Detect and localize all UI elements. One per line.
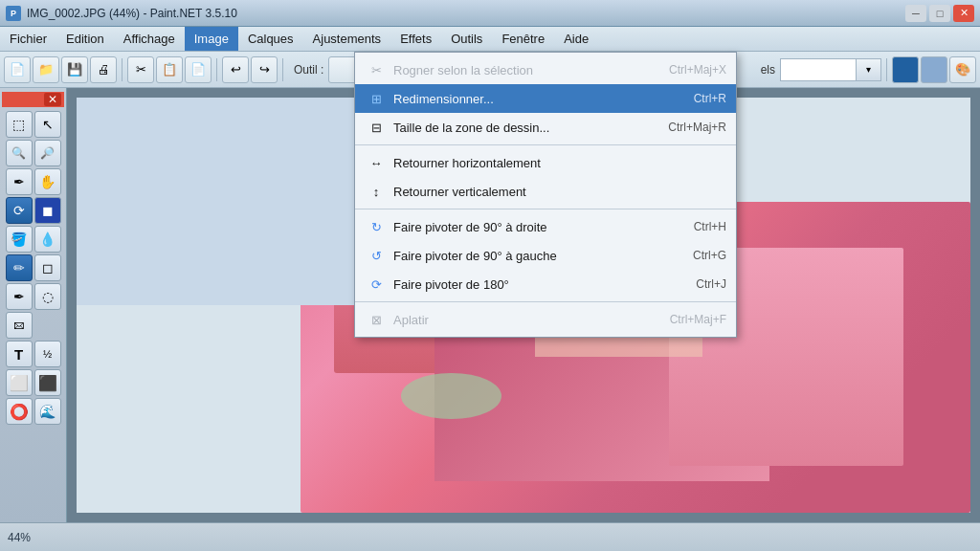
toolbar-right: els ▾ 🎨 — [755, 56, 976, 83]
minimize-button[interactable]: ─ — [905, 5, 926, 22]
menu-retourner-h[interactable]: ↔ Retourner horizontalement — [355, 148, 736, 177]
tool-shape3d[interactable]: ◼ — [34, 197, 61, 224]
tb-print[interactable]: 🖨 — [90, 56, 117, 83]
tb-new[interactable]: 📄 — [4, 56, 31, 83]
tb-sep3 — [282, 58, 283, 81]
menu-redimensionner[interactable]: ⊞ Redimensionner... Ctrl+R — [355, 84, 736, 113]
pivot-180-icon: ⟳ — [365, 275, 388, 294]
title-text: IMG_0002.JPG (44%) - Paint.NET 3.5.10 — [27, 7, 237, 20]
tool-row-11: ⭕ 🌊 — [6, 398, 61, 425]
layers-label: els — [761, 63, 775, 77]
taille-label: Taille de la zone de dessin... — [393, 121, 649, 135]
tool-freeform[interactable]: 🌊 — [34, 398, 61, 425]
layers-dropdown[interactable]: ▾ — [857, 58, 881, 81]
tool-row-10: ⬜ ⬛ — [6, 369, 61, 396]
menu-edition[interactable]: Edition — [56, 27, 114, 51]
pivot-90r-label: Faire pivoter de 90° à droite — [393, 220, 675, 234]
tb-save[interactable]: 💾 — [61, 56, 88, 83]
tb-open[interactable]: 📁 — [33, 56, 59, 83]
pivot-180-shortcut: Ctrl+J — [696, 277, 726, 291]
tool-brush[interactable]: ✏ — [6, 254, 33, 281]
window-controls: ─ □ ✕ — [905, 5, 974, 22]
rogner-shortcut: Ctrl+Maj+X — [669, 63, 726, 77]
menu-taille-zone[interactable]: ⊟ Taille de la zone de dessin... Ctrl+Ma… — [355, 113, 736, 142]
tool-zoom-in[interactable]: 🔍 — [6, 140, 33, 166]
tb-sep1 — [122, 58, 122, 81]
tool-rotate[interactable]: ⟳ — [6, 197, 33, 224]
app-icon: P — [6, 6, 21, 21]
secondary-color-btn[interactable] — [921, 56, 947, 83]
tb-paste[interactable]: 📄 — [185, 56, 212, 83]
tb-undo[interactable]: ↩ — [222, 56, 249, 83]
taille-shortcut: Ctrl+Maj+R — [668, 121, 726, 134]
pivot-90l-icon: ↺ — [365, 246, 388, 265]
pivot-90r-icon: ↻ — [365, 217, 388, 236]
menu-pivot-90r[interactable]: ↻ Faire pivoter de 90° à droite Ctrl+H — [355, 212, 736, 241]
pivot-90r-shortcut: Ctrl+H — [694, 220, 726, 233]
menu-effets[interactable]: Effets — [390, 27, 441, 51]
statusbar: 44% — [0, 522, 980, 551]
ret-v-icon: ↕ — [365, 182, 388, 201]
menu-aplatir[interactable]: ⊠ Aplatir Ctrl+Maj+F — [355, 305, 736, 334]
tool-row-4: ⟳ ◼ — [6, 197, 61, 224]
redim-shortcut: Ctrl+R — [694, 92, 726, 105]
close-button[interactable]: ✕ — [953, 5, 974, 22]
menu-outils[interactable]: Outils — [441, 27, 492, 51]
taille-icon: ⊟ — [365, 118, 388, 137]
tool-pencil[interactable]: ✒ — [6, 168, 33, 195]
menu-sep3 — [355, 301, 736, 302]
tool-panel: ✕ ⬚ ↖ 🔍 🔎 ✒ ✋ ⟳ ◼ 🪣 💧 ✏ ◻ ✒ ◌ — [0, 88, 67, 522]
menu-sep1 — [355, 144, 736, 145]
tb-sep5 — [886, 58, 887, 81]
menu-ajustements[interactable]: Ajustements — [303, 27, 391, 51]
tool-selection-rect[interactable]: ⬚ — [6, 111, 33, 138]
status-zoom: 44% — [8, 531, 31, 544]
tool-calligraphy[interactable]: ✒ — [6, 283, 33, 310]
pivot-90l-shortcut: Ctrl+G — [693, 249, 726, 262]
menu-calques[interactable]: Calques — [238, 27, 303, 51]
menu-fenetre[interactable]: Fenêtre — [492, 27, 554, 51]
tool-recolor[interactable]: ½ — [34, 341, 61, 367]
menubar: Fichier Edition Affichage Image Calques … — [0, 27, 980, 52]
tool-row-6: ✏ ◻ — [6, 254, 61, 281]
ret-h-label: Retourner horizontalement — [393, 156, 707, 170]
tool-ellipse-outline[interactable]: ⭕ — [6, 398, 33, 425]
tb-copy[interactable]: 📋 — [156, 56, 183, 83]
pivot-90l-label: Faire pivoter de 90° à gauche — [393, 249, 674, 263]
menu-retourner-v[interactable]: ↕ Retourner verticalement — [355, 177, 736, 206]
tool-zoom-out[interactable]: 🔎 — [34, 140, 61, 166]
tool-eraser[interactable]: ◻ — [34, 254, 61, 281]
tool-lasso[interactable]: ↖ — [34, 111, 61, 138]
tool-rect-filled[interactable]: ⬛ — [34, 369, 61, 396]
menu-rogner[interactable]: ✂ Rogner selon la sélection Ctrl+Maj+X — [355, 55, 736, 84]
menu-image[interactable]: Image — [185, 27, 238, 51]
menu-affichage[interactable]: Affichage — [114, 27, 185, 51]
tool-text[interactable]: T — [6, 341, 33, 367]
pivot-180-label: Faire pivoter de 180° — [393, 277, 677, 292]
maximize-button[interactable]: □ — [929, 5, 950, 22]
tool-fill[interactable]: 🪣 — [6, 226, 33, 253]
menu-fichier[interactable]: Fichier — [0, 27, 56, 51]
tool-rect-outline[interactable]: ⬜ — [6, 369, 33, 396]
tool-label: Outil : — [294, 63, 323, 77]
rogner-label: Rogner selon la sélection — [393, 63, 650, 77]
tool-move[interactable]: ✋ — [34, 168, 61, 195]
panel-header: ✕ — [2, 92, 64, 107]
layers-combo[interactable] — [780, 58, 857, 81]
menu-pivot-180[interactable]: ⟳ Faire pivoter de 180° Ctrl+J — [355, 270, 736, 298]
tool-colorpicker[interactable]: 💧 — [34, 226, 61, 253]
redim-icon: ⊞ — [365, 89, 388, 108]
color-picker-btn[interactable]: 🎨 — [949, 56, 976, 83]
aplatir-label: Aplatir — [393, 313, 651, 327]
panel-close-button[interactable]: ✕ — [44, 93, 61, 106]
tool-row-5: 🪣 💧 — [6, 226, 61, 253]
primary-color-btn[interactable] — [892, 56, 919, 83]
menu-aide[interactable]: Aide — [554, 27, 598, 51]
tb-cut[interactable]: ✂ — [127, 56, 154, 83]
tool-clone[interactable]: ◌ — [34, 283, 61, 310]
menu-pivot-90l[interactable]: ↺ Faire pivoter de 90° à gauche Ctrl+G — [355, 241, 736, 270]
tb-redo[interactable]: ↪ — [251, 56, 278, 83]
titlebar: P IMG_0002.JPG (44%) - Paint.NET 3.5.10 … — [0, 0, 980, 27]
tool-stamp[interactable]: 🖂 — [6, 312, 33, 339]
ret-h-icon: ↔ — [365, 153, 388, 172]
